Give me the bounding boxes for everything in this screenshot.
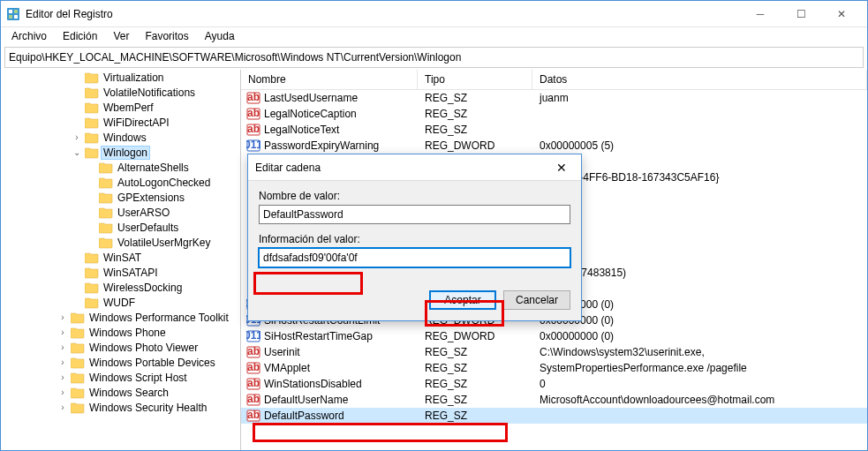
value-data: SystemPropertiesPerformance.exe /pagefil… — [532, 362, 867, 374]
tree-label: Windows Performance Toolkit — [87, 312, 230, 324]
tree-pane[interactable]: VirtualizationVolatileNotificationsWbemP… — [1, 70, 241, 450]
value-data: 0x00000005 (5) — [532, 139, 867, 152]
dialog-titlebar[interactable]: Editar cadena ✕ — [248, 154, 581, 181]
dialog-input-name[interactable] — [259, 205, 570, 224]
value-row[interactable]: abLegalNoticeTextREG_SZ — [241, 122, 867, 138]
window-title: Editor del Registro — [26, 8, 740, 20]
expand-icon[interactable]: › — [57, 342, 68, 352]
value-data: 0 — [532, 378, 867, 390]
value-row[interactable]: abVMAppletREG_SZSystemPropertiesPerforma… — [241, 360, 867, 376]
dialog-cancel-button[interactable]: Cancelar — [503, 290, 570, 310]
menu-view[interactable]: Ver — [106, 28, 136, 44]
svg-text:ab: ab — [247, 345, 260, 357]
value-data: 0) — [532, 282, 867, 295]
value-name: LastUsedUsername — [264, 92, 358, 104]
address-bar[interactable]: Equipo\HKEY_LOCAL_MACHINE\SOFTWARE\Micro… — [4, 47, 864, 68]
tree-item[interactable]: UserDefaults — [1, 220, 240, 235]
tree-item[interactable]: VolatileUserMgrKey — [1, 235, 240, 250]
tree-item[interactable]: ›Windows Search — [1, 385, 240, 400]
tree-item[interactable]: ›Windows Script Host — [1, 370, 240, 385]
value-row[interactable]: abWinStationsDisabledREG_SZ0 — [241, 376, 867, 392]
value-row[interactable]: abLastUsedUsernameREG_SZjuanm — [241, 90, 867, 106]
tree-item[interactable]: ›Windows Portable Devices — [1, 355, 240, 370]
tree-item[interactable]: WinSAT — [1, 250, 240, 265]
expand-icon[interactable]: › — [57, 402, 68, 412]
tree-item[interactable]: UserARSO — [1, 205, 240, 220]
col-header-name[interactable]: Nombre — [241, 70, 418, 89]
value-row[interactable]: abUserinitREG_SZC:\Windows\system32\user… — [241, 344, 867, 360]
svg-rect-2 — [14, 10, 18, 13]
svg-text:ab: ab — [247, 409, 260, 421]
tree-label: Virtualization — [102, 71, 165, 84]
col-header-data[interactable]: Datos — [532, 70, 867, 89]
value-row[interactable]: 011PasswordExpiryWarningREG_DWORD0x00000… — [241, 138, 867, 154]
tree-item[interactable]: ›Windows Performance Toolkit — [1, 310, 240, 325]
svg-text:ab: ab — [247, 361, 260, 373]
svg-text:011: 011 — [246, 139, 260, 151]
tree-item[interactable]: WiFiDirectAPI — [1, 115, 240, 130]
dialog-input-data[interactable] — [259, 248, 570, 267]
value-row[interactable]: 011SiHostRestartTimeGapREG_DWORD0x000000… — [241, 328, 867, 344]
titlebar[interactable]: Editor del Registro ─ ☐ ✕ — [1, 1, 867, 27]
tree-item[interactable]: ›Windows — [1, 130, 240, 145]
dialog-close-button[interactable]: ✕ — [549, 161, 574, 175]
tree-item[interactable]: GPExtensions — [1, 190, 240, 205]
value-type: REG_SZ — [418, 378, 532, 390]
expand-icon[interactable]: › — [57, 327, 68, 337]
svg-text:ab: ab — [247, 91, 260, 103]
svg-text:011: 011 — [246, 329, 260, 342]
address-text: Equipo\HKEY_LOCAL_MACHINE\SOFTWARE\Micro… — [9, 51, 461, 64]
tree-item[interactable]: WirelessDocking — [1, 280, 240, 295]
value-row[interactable]: abDefaultUserNameREG_SZMicrosoftAccount\… — [241, 392, 867, 408]
value-type: REG_SZ — [418, 362, 532, 374]
expand-icon[interactable]: › — [57, 387, 68, 397]
tree-label: UserARSO — [116, 207, 171, 219]
value-data: A4-1780-4FF6-BD18-167343C5AF16} — [532, 171, 867, 184]
value-type: REG_SZ — [418, 124, 532, 136]
menu-file[interactable]: Archivo — [4, 28, 54, 44]
menu-help[interactable]: Ayuda — [198, 28, 242, 44]
maximize-button[interactable]: ☐ — [781, 1, 821, 27]
tree-item[interactable]: VolatileNotifications — [1, 85, 240, 100]
tree-item[interactable]: WbemPerf — [1, 100, 240, 115]
tree-label: Windows Photo Viewer — [87, 342, 200, 354]
tree-label: WiFiDirectAPI — [102, 117, 171, 129]
value-type: REG_SZ — [418, 410, 532, 422]
value-type: REG_SZ — [418, 394, 532, 406]
menu-edit[interactable]: Edición — [56, 28, 104, 44]
dialog-label-name: Nombre de valor: — [259, 190, 570, 202]
tree-item[interactable]: WinSATAPI — [1, 265, 240, 280]
dialog-ok-button[interactable]: Aceptar — [429, 290, 496, 310]
tree-label: Windows Portable Devices — [87, 357, 217, 369]
tree-item[interactable]: ›Windows Security Health — [1, 400, 240, 415]
tree-label: WUDF — [102, 297, 137, 309]
tree-item[interactable]: AutoLogonChecked — [1, 175, 240, 190]
tree-item[interactable]: Virtualization — [1, 70, 240, 85]
tree-item[interactable]: WUDF — [1, 295, 240, 310]
tree-item[interactable]: ⌄Winlogon — [1, 145, 240, 160]
tree-item[interactable]: ›Windows Photo Viewer — [1, 340, 240, 355]
menu-favorites[interactable]: Favoritos — [138, 28, 195, 44]
tree-item[interactable]: AlternateShells — [1, 160, 240, 175]
expand-icon[interactable]: › — [57, 357, 68, 367]
expand-icon[interactable]: › — [72, 132, 82, 142]
svg-text:ab: ab — [247, 123, 260, 135]
collapse-icon[interactable]: ⌄ — [72, 147, 82, 157]
tree-label: VolatileNotifications — [102, 86, 197, 99]
dialog-label-data: Información del valor: — [259, 233, 570, 245]
svg-text:ab: ab — [247, 107, 260, 119]
minimize-button[interactable]: ─ — [740, 1, 781, 27]
value-name: DefaultUserName — [264, 394, 348, 406]
col-header-type[interactable]: Tipo — [418, 70, 532, 89]
dialog-title-text: Editar cadena — [255, 162, 549, 174]
tree-item[interactable]: ›Windows Phone — [1, 325, 240, 340]
value-row[interactable]: abDefaultPasswordREG_SZ — [241, 408, 867, 424]
svg-rect-1 — [9, 10, 12, 13]
value-data: 0x00000000 (0) — [532, 314, 867, 327]
close-button[interactable]: ✕ — [821, 1, 862, 27]
value-row[interactable]: abLegalNoticeCaptionREG_SZ — [241, 106, 867, 122]
expand-icon[interactable]: › — [57, 312, 68, 322]
value-data: 0a7 (2147483815) — [532, 267, 867, 279]
value-name: DefaultPassword — [264, 410, 344, 422]
expand-icon[interactable]: › — [57, 372, 68, 382]
